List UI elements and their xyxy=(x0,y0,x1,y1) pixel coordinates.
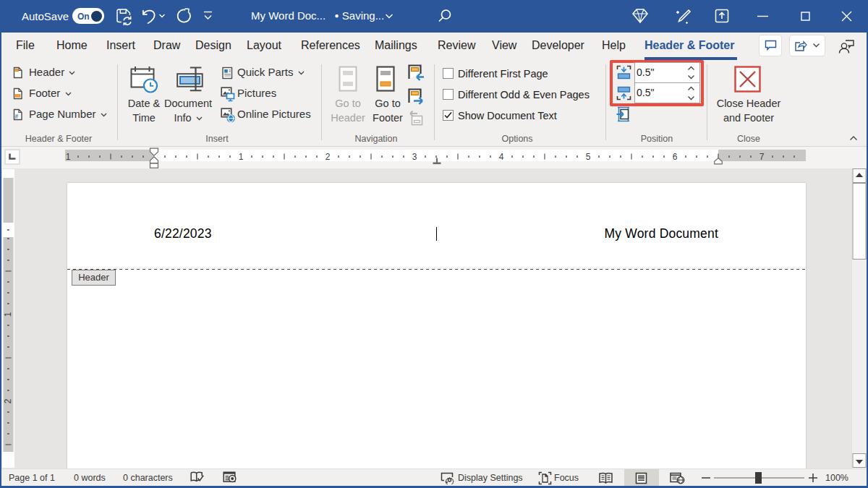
svg-text:#: # xyxy=(15,113,19,120)
svg-text:5: 5 xyxy=(586,152,591,162)
svg-text:1: 1 xyxy=(66,152,71,162)
svg-text:2: 2 xyxy=(326,152,331,162)
svg-text:6: 6 xyxy=(673,152,678,162)
svg-text:1: 1 xyxy=(239,152,244,162)
svg-text:7: 7 xyxy=(760,152,765,162)
svg-text:3: 3 xyxy=(412,152,417,162)
svg-text:1: 1 xyxy=(3,312,13,317)
svg-text:4: 4 xyxy=(499,152,504,162)
svg-text:2: 2 xyxy=(3,398,13,403)
